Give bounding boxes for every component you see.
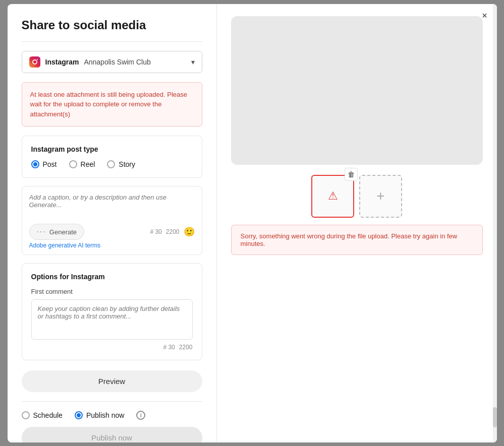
chevron-down-icon: ▾ bbox=[191, 58, 195, 66]
post-type-radio-group: Post Reel Story bbox=[31, 160, 193, 168]
svg-point-2 bbox=[37, 59, 38, 60]
radio-post[interactable] bbox=[31, 160, 39, 168]
scrollbar-thumb[interactable] bbox=[493, 407, 497, 427]
platform-dropdown[interactable]: Instagram Annapolis Swim Club ▾ bbox=[22, 51, 202, 73]
preview-area bbox=[231, 16, 483, 165]
caption-footer: ··· Generate # 30 2200 🙂 bbox=[29, 224, 195, 240]
publish-now-button: Publish now bbox=[22, 427, 202, 442]
left-panel: Share to social media bbox=[8, 4, 217, 442]
publish-row: Schedule Publish now i bbox=[22, 411, 202, 420]
media-thumbnail-error: ⚠ bbox=[311, 175, 354, 218]
media-thumb-wrapper: ⚠ 🗑 bbox=[311, 175, 354, 218]
instagram-icon bbox=[29, 56, 40, 68]
generate-dots: ··· bbox=[37, 227, 46, 236]
right-panel: ⚠ 🗑 + Sorry, something went wrong during… bbox=[217, 4, 497, 442]
divider-top bbox=[22, 41, 202, 42]
scrollbar-track bbox=[493, 4, 497, 442]
generate-label: Generate bbox=[49, 228, 77, 236]
radio-publish-now[interactable] bbox=[75, 411, 83, 419]
delete-media-button[interactable]: 🗑 bbox=[345, 168, 358, 181]
platform-dropdown-left: Instagram Annapolis Swim Club bbox=[29, 56, 151, 68]
platform-name: Instagram bbox=[45, 58, 79, 66]
first-comment-label: First comment bbox=[31, 288, 193, 295]
publish-now-label[interactable]: Publish now bbox=[75, 411, 125, 419]
caption-char-count: # 30 2200 bbox=[150, 228, 179, 235]
ai-terms-link[interactable]: Adobe generative AI terms bbox=[29, 242, 100, 249]
media-row: ⚠ 🗑 + bbox=[311, 175, 402, 218]
radio-reel[interactable] bbox=[69, 160, 77, 168]
radio-label-story[interactable]: Story bbox=[107, 160, 135, 168]
add-media-button[interactable]: + bbox=[359, 175, 402, 218]
comment-char-count: # 30 2200 bbox=[31, 344, 193, 351]
radio-label-reel[interactable]: Reel bbox=[69, 160, 95, 168]
radio-story[interactable] bbox=[107, 160, 115, 168]
add-icon: + bbox=[376, 188, 384, 204]
post-type-section: Instagram post type Post Reel Story bbox=[22, 136, 202, 178]
options-title: Options for Instagram bbox=[31, 273, 193, 281]
divider-bottom bbox=[22, 401, 202, 402]
delete-icon: 🗑 bbox=[348, 170, 355, 178]
emoji-button[interactable]: 🙂 bbox=[184, 226, 195, 237]
schedule-label[interactable]: Schedule bbox=[22, 411, 63, 419]
post-type-title: Instagram post type bbox=[31, 145, 193, 153]
caption-card: ··· Generate # 30 2200 🙂 Adobe generativ… bbox=[22, 186, 202, 255]
upload-error-banner: Sorry, something went wrong during the f… bbox=[231, 225, 483, 255]
info-icon[interactable]: i bbox=[136, 411, 145, 420]
warning-triangle-icon: ⚠ bbox=[328, 189, 338, 203]
radio-label-post[interactable]: Post bbox=[31, 160, 57, 168]
radio-schedule[interactable] bbox=[22, 411, 30, 419]
upload-warning: At least one attachment is still being u… bbox=[22, 82, 202, 127]
close-button[interactable]: × bbox=[478, 9, 492, 23]
first-comment-textarea[interactable] bbox=[31, 299, 193, 340]
modal: × Share to social media bbox=[8, 4, 497, 442]
caption-textarea[interactable] bbox=[29, 194, 195, 218]
preview-button[interactable]: Preview bbox=[22, 370, 202, 392]
page-title: Share to social media bbox=[22, 18, 202, 32]
svg-rect-0 bbox=[29, 56, 40, 68]
platform-account: Annapolis Swim Club bbox=[84, 58, 150, 66]
options-section: Options for Instagram First comment # 30… bbox=[22, 263, 202, 360]
generate-button[interactable]: ··· Generate bbox=[29, 224, 85, 240]
